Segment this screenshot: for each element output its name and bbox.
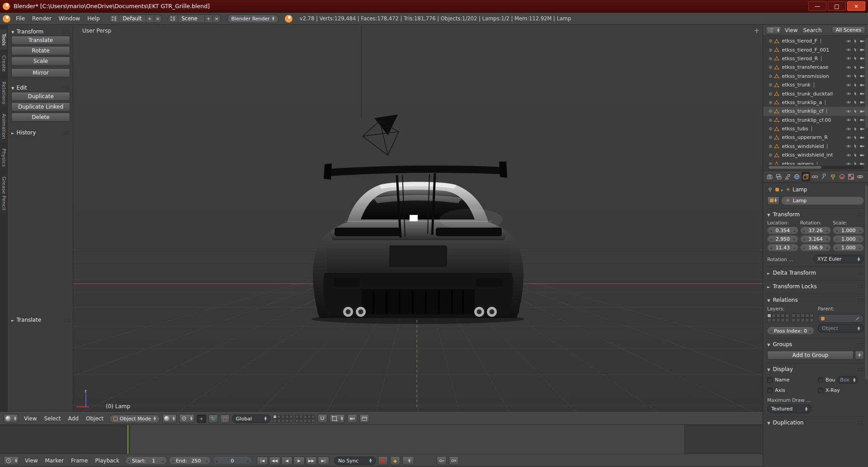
toolshelf-tab[interactable]: Physics (0, 144, 7, 171)
timeline-editor-button[interactable] (4, 456, 19, 465)
selectable-cursor-icon[interactable] (852, 38, 859, 44)
car-model[interactable] (311, 162, 524, 324)
keying-set-button[interactable]: ◆ (390, 456, 400, 465)
snap-element-button[interactable] (330, 414, 345, 423)
layer-toggle[interactable] (796, 318, 800, 322)
layer-toggle[interactable] (307, 415, 311, 419)
playback-button[interactable]: ▶ (293, 457, 305, 465)
pin-icon[interactable] (767, 187, 773, 193)
keying-set-dropdown[interactable] (402, 456, 414, 465)
selectable-cursor-icon[interactable] (852, 117, 859, 123)
draw-type-dropdown[interactable]: Textured (767, 405, 811, 413)
bounds-checkbox[interactable] (818, 377, 823, 383)
manipulator-rotate-button[interactable]: ↻ (208, 415, 218, 423)
expand-icon[interactable] (769, 152, 772, 158)
render-engine-dropdown[interactable]: Blender Render (227, 14, 278, 23)
outliner-item[interactable]: etkss_tubs (763, 124, 868, 133)
layer-toggle[interactable] (289, 419, 293, 423)
expand-icon[interactable] (769, 100, 772, 105)
panel-collapse-icon[interactable] (767, 283, 770, 290)
add-scene-button[interactable]: + (204, 15, 212, 23)
menu-item[interactable]: Playback (91, 457, 123, 464)
delete-scene-button[interactable]: × (212, 15, 221, 23)
layer-toggle[interactable] (776, 314, 780, 318)
mode-dropdown[interactable]: Object Mode (109, 415, 160, 423)
end-frame-field[interactable]: End: 250 (169, 457, 211, 465)
layer-toggle[interactable] (277, 419, 281, 423)
outliner-item[interactable]: etkss_trunk_ducktail (763, 89, 868, 98)
eyedropper-icon[interactable] (855, 315, 861, 321)
outliner-item[interactable]: etkss_trunk (763, 81, 868, 89)
manipulator-scale-button[interactable]: □ (220, 415, 230, 423)
tab-object-data-icon[interactable] (829, 172, 837, 181)
tab-physics-icon[interactable] (856, 172, 864, 181)
toolshelf-button[interactable]: Duplicate Linked (11, 102, 70, 111)
tab-constraints-icon[interactable] (811, 172, 819, 181)
insert-keyframe-button[interactable] (437, 456, 447, 465)
menu-item[interactable]: View (21, 457, 41, 464)
layer-toggle[interactable] (781, 318, 785, 322)
outliner-editor-button[interactable] (766, 26, 781, 34)
outliner-item[interactable]: etkss_upperarm_R (763, 133, 868, 142)
renderable-camera-icon[interactable] (859, 143, 865, 149)
viewport-shading-button[interactable] (162, 414, 177, 423)
maximize-button[interactable]: □ (828, 1, 846, 11)
selectable-cursor-icon[interactable] (852, 73, 859, 79)
renderable-camera-icon[interactable] (859, 117, 865, 123)
tab-render-layers-icon[interactable] (774, 172, 783, 181)
playback-button[interactable]: |◀ (257, 457, 268, 465)
expand-icon[interactable] (769, 117, 772, 123)
selectable-cursor-icon[interactable] (852, 100, 859, 105)
render-opengl-anim-button[interactable] (359, 414, 369, 423)
renderable-camera-icon[interactable] (859, 161, 865, 165)
renderable-camera-icon[interactable] (859, 47, 865, 52)
region-expand-icon[interactable]: + (754, 27, 760, 35)
layer-toggle[interactable] (772, 318, 776, 322)
scenes-filter-dropdown[interactable]: All Scenes (832, 26, 865, 34)
tab-modifiers-icon[interactable] (820, 172, 828, 181)
expand-icon[interactable] (769, 161, 772, 165)
outliner-item[interactable]: etkss_tierod_F (763, 37, 868, 45)
selectable-cursor-icon[interactable] (852, 47, 859, 52)
pivot-center-button[interactable] (179, 414, 194, 423)
rotation-mode-dropdown[interactable]: XYZ Euler (813, 255, 864, 263)
playback-button[interactable]: ▶▶ (306, 457, 317, 465)
visibility-eye-icon[interactable] (845, 38, 852, 44)
visibility-eye-icon[interactable] (845, 135, 852, 140)
location-y-field[interactable]: 2.950 (767, 235, 798, 243)
layer-toggle[interactable] (311, 415, 315, 419)
layer-toggle[interactable] (289, 415, 293, 419)
screen-layout-selector[interactable]: Default + × (109, 14, 162, 23)
manipulator-translate-button[interactable]: + (197, 415, 206, 423)
renderable-camera-icon[interactable] (859, 73, 865, 79)
renderable-camera-icon[interactable] (859, 135, 865, 140)
rotation-y-field[interactable]: 3.164 (800, 235, 831, 243)
outliner-item[interactable]: etkss_trunklip_cf (763, 107, 868, 115)
panel-expand-icon[interactable] (767, 366, 770, 372)
snap-magnet-button[interactable] (317, 414, 327, 423)
tab-material-icon[interactable] (838, 172, 846, 181)
menu-item[interactable]: Add (65, 415, 82, 422)
expand-icon[interactable] (769, 91, 772, 97)
layer-toggle[interactable] (810, 318, 814, 322)
bounds-type-dropdown[interactable]: Box (837, 376, 858, 384)
menu-item[interactable]: Search (800, 27, 824, 33)
panel-expand-icon[interactable] (767, 297, 770, 303)
properties-scrollbar[interactable] (865, 185, 868, 380)
selectable-cursor-icon[interactable] (852, 161, 859, 165)
panel-expand-icon[interactable] (767, 419, 770, 426)
layer-toggle[interactable] (801, 314, 805, 318)
delete-keyframe-button[interactable] (449, 456, 459, 465)
outliner-item[interactable]: etkss_transfercase (763, 63, 868, 71)
tab-texture-icon[interactable] (847, 172, 855, 181)
renderable-camera-icon[interactable] (859, 56, 865, 61)
toolshelf-tab[interactable]: Relations (0, 77, 7, 109)
outliner-item[interactable]: etkss_tierod_F_001 (763, 45, 868, 54)
current-frame-line[interactable] (127, 425, 128, 454)
layer-toggle[interactable] (285, 419, 289, 423)
layer-toggle[interactable] (307, 419, 311, 423)
visibility-eye-icon[interactable] (845, 73, 852, 79)
current-frame-field[interactable]: 0 (213, 457, 252, 465)
layer-toggle[interactable] (299, 419, 303, 423)
layer-toggle[interactable] (299, 415, 303, 419)
